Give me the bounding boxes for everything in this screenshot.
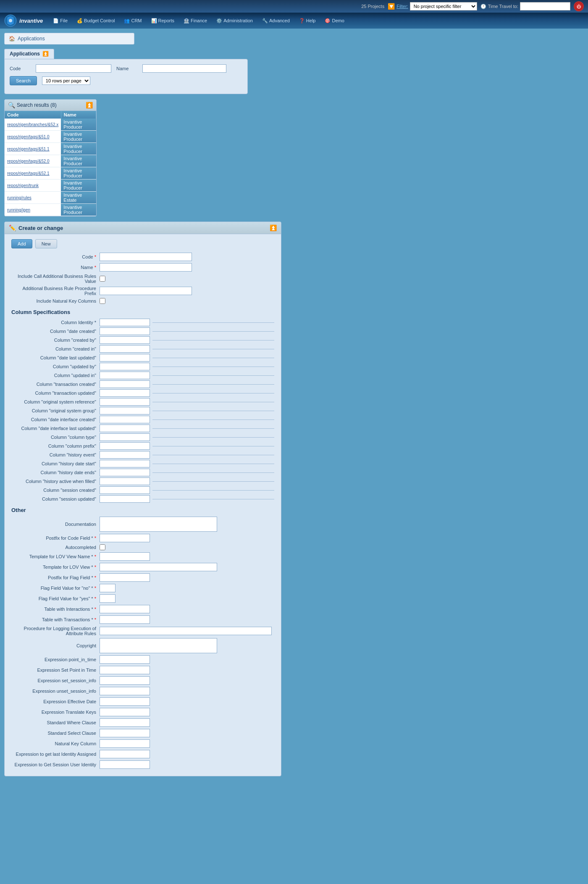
- result-code-cell[interactable]: repos/rigen/branches/&52.x: [5, 119, 61, 131]
- other-field-label: Natural Key Column: [11, 741, 100, 746]
- other-field-input[interactable]: [100, 718, 150, 727]
- col-spec-label: Column "date last updated": [11, 355, 100, 360]
- rows-per-page-select[interactable]: 10 rows per page 20 rows per page 50 row…: [42, 77, 90, 85]
- result-name-cell: Invantive Producer: [61, 119, 96, 131]
- power-button[interactable]: ⏻: [574, 1, 584, 11]
- table-row: repos/rigen/tags/&51.0Invantive Producer: [5, 131, 96, 143]
- result-code-cell[interactable]: repos/rigen/tags/&52.1: [5, 167, 61, 179]
- nav-crm[interactable]: 👥 CRM: [121, 16, 145, 25]
- other-field-input[interactable]: [100, 563, 217, 571]
- add-button[interactable]: Add: [11, 239, 32, 248]
- other-field-input[interactable]: [100, 655, 150, 664]
- name-input[interactable]: [142, 64, 226, 73]
- applications-tab[interactable]: Applications ⏫: [4, 49, 54, 59]
- col-spec-input[interactable]: [100, 327, 150, 335]
- create-collapse-btn[interactable]: ⏫: [270, 224, 277, 231]
- nav-file[interactable]: 📄 File: [50, 16, 71, 25]
- column-specs-header: Column Specifications: [11, 309, 274, 315]
- time-travel-label: Time Travel to:: [488, 4, 518, 9]
- nav-budget[interactable]: 💰 Budget Control: [74, 16, 118, 25]
- other-field-input[interactable]: [100, 605, 150, 613]
- filter-dropdown[interactable]: No project specific filter: [410, 2, 477, 11]
- col-spec-input[interactable]: [100, 354, 150, 362]
- other-field-input[interactable]: [100, 697, 150, 706]
- col-spec-input[interactable]: [100, 478, 150, 485]
- other-field-input[interactable]: [100, 573, 150, 582]
- result-code-cell[interactable]: running/igen: [5, 204, 61, 216]
- other-field-input[interactable]: [100, 760, 150, 769]
- other-field-input[interactable]: [100, 638, 217, 653]
- col-spec-input[interactable]: [100, 380, 150, 388]
- filter-link[interactable]: Filter:: [396, 4, 408, 9]
- nav-demo[interactable]: 🎯 Demo: [321, 16, 347, 25]
- col-spec-input[interactable]: [100, 363, 150, 370]
- other-field-input[interactable]: [100, 615, 150, 624]
- natural-key-checkbox[interactable]: [100, 298, 105, 304]
- nav-finance[interactable]: 🏦 Finance: [180, 16, 210, 25]
- new-button[interactable]: New: [35, 239, 57, 248]
- nav-help[interactable]: ❓ Help: [296, 16, 319, 25]
- col-spec-input[interactable]: [100, 451, 150, 459]
- detail-name-label: Name: [11, 265, 100, 270]
- col-spec-input[interactable]: [100, 486, 150, 494]
- result-code-cell[interactable]: running/rules: [5, 192, 61, 204]
- other-field-input[interactable]: [100, 584, 116, 592]
- col-spec-input[interactable]: [100, 336, 150, 344]
- other-field-input[interactable]: [100, 517, 217, 532]
- other-field-input[interactable]: [100, 750, 150, 758]
- nav-advanced[interactable]: 🔧 Advanced: [259, 16, 293, 25]
- other-field-input[interactable]: [100, 676, 150, 685]
- col-spec-input[interactable]: [100, 433, 150, 441]
- col-spec-input[interactable]: [100, 495, 150, 503]
- col-spec-input[interactable]: [100, 372, 150, 379]
- create-icon: ✏️: [9, 224, 16, 231]
- result-code-cell[interactable]: repos/rigen/tags/&52.0: [5, 155, 61, 167]
- col-spec-input[interactable]: [100, 442, 150, 450]
- col-spec-input[interactable]: [100, 389, 150, 397]
- include-call-checkbox[interactable]: [100, 276, 105, 282]
- other-field-checkbox[interactable]: [100, 544, 105, 550]
- col-spec-input[interactable]: [100, 407, 150, 414]
- results-collapse-btn[interactable]: ⏫: [86, 102, 93, 108]
- col-spec-row: Column "column prefix": [11, 442, 274, 450]
- create-panel-header: ✏️ Create or change ⏫: [5, 222, 281, 234]
- main-content: 🏠 Applications Applications ⏫ Code Name …: [0, 29, 588, 884]
- filter-section: 🔽 Filter: No project specific filter: [388, 2, 477, 11]
- col-spec-input[interactable]: [100, 398, 150, 406]
- col-spec-input[interactable]: [100, 416, 150, 423]
- col-spec-input[interactable]: [100, 345, 150, 353]
- other-field-input[interactable]: [100, 739, 150, 748]
- detail-code-input[interactable]: [100, 253, 192, 261]
- natural-key-label: Include Natural Key Columns: [11, 298, 100, 303]
- search-button[interactable]: Search: [10, 76, 37, 85]
- other-field-row: Expression Effective Date: [11, 697, 274, 706]
- search-action-row: Search 10 rows per page 20 rows per page…: [10, 76, 242, 85]
- other-field-input[interactable]: [100, 666, 150, 674]
- other-field-input[interactable]: [100, 729, 150, 737]
- result-code-cell[interactable]: repos/rigen/tags/&51.1: [5, 143, 61, 155]
- other-field-input[interactable]: [100, 534, 150, 542]
- detail-name-input[interactable]: [100, 263, 192, 272]
- nav-administration[interactable]: ⚙️ Administration: [213, 16, 256, 25]
- other-field-input[interactable]: [100, 687, 150, 695]
- result-code-cell[interactable]: repos/rigen/trunk: [5, 179, 61, 192]
- col-spec-input[interactable]: [100, 319, 150, 326]
- result-code-cell[interactable]: repos/rigen/tags/&51.0: [5, 131, 61, 143]
- other-field-input[interactable]: [100, 627, 272, 635]
- additional-prefix-input[interactable]: [100, 287, 192, 295]
- other-field-label: Table with Transactions *: [11, 617, 100, 622]
- nav-administration-label: Administration: [223, 18, 253, 23]
- time-travel-input[interactable]: [520, 2, 570, 11]
- col-spec-input[interactable]: [100, 469, 150, 476]
- code-input[interactable]: [36, 64, 111, 73]
- col-spec-input[interactable]: [100, 460, 150, 467]
- col-spec-input[interactable]: [100, 425, 150, 432]
- other-field-input[interactable]: [100, 552, 150, 561]
- nav-reports[interactable]: 📊 Reports: [148, 16, 178, 25]
- other-field-row: Flag Field Value for "yes" *: [11, 594, 274, 603]
- other-field-input[interactable]: [100, 708, 150, 716]
- other-field-row: Flag Field Value for "no" *: [11, 584, 274, 592]
- other-field-input[interactable]: [100, 594, 116, 603]
- col-spec-label: Column "history event": [11, 452, 100, 457]
- col-spec-label: Column "created by": [11, 338, 100, 343]
